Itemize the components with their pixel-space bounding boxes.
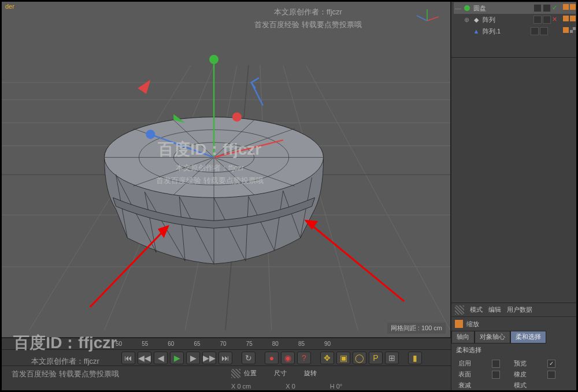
edit-menu[interactable]: 编辑 (488, 305, 501, 314)
tab-softselect[interactable]: 柔和选择 (510, 331, 546, 344)
preview-label: 预览 (514, 359, 543, 368)
viewport-title: der (5, 3, 14, 10)
goto-start-button[interactable]: ⏮ (121, 352, 135, 364)
enable-toggle[interactable]: ✓ (552, 4, 557, 12)
tree-label: 圆盘 (473, 4, 502, 13)
record-button[interactable]: ● (265, 352, 279, 364)
loop-button[interactable]: ↻ (242, 352, 255, 364)
tag-icon[interactable] (570, 16, 576, 21)
fcurve-button[interactable]: ▮ (408, 352, 422, 364)
attribute-manager: 模式 编辑 用户数据 缩放 轴向 对象轴心 柔和选择 柔和选择 启用 预览 表面 (451, 303, 578, 392)
vis-render-toggle[interactable] (543, 4, 551, 12)
svg-point-43 (146, 130, 155, 139)
ruler-tick: 90 (324, 341, 331, 347)
surface-checkbox[interactable] (492, 371, 500, 379)
coords-bar: 位置 尺寸 旋转 (0, 365, 451, 380)
hatch-icon (231, 369, 240, 378)
play-button[interactable]: ▶ (170, 352, 184, 364)
enable-toggle[interactable]: ✕ (552, 16, 557, 24)
vis-editor-toggle[interactable] (531, 27, 539, 35)
userdata-menu[interactable]: 用户数据 (507, 305, 532, 314)
tree-label: 阵列.1 (483, 27, 512, 36)
scale-tool-icon (455, 320, 463, 328)
rubber-checkbox[interactable] (547, 371, 555, 379)
tree-item-disc[interactable]: — 圆盘 ✓ (454, 2, 576, 14)
rotate-key-button[interactable]: ◯ (353, 352, 366, 364)
param-key-button[interactable]: P (369, 352, 383, 364)
surface-label: 表面 (458, 370, 487, 379)
x-size-value: X 0 (286, 383, 295, 390)
move-key-button[interactable]: ✥ (320, 352, 334, 364)
svg-line-50 (427, 17, 439, 21)
coords-values: X 0 cm X 0 H 0° (0, 380, 451, 392)
vis-render-toggle[interactable] (540, 27, 548, 35)
svg-line-51 (417, 16, 427, 21)
expand-icon[interactable]: — (455, 5, 461, 12)
autokey-button[interactable]: ◉ (281, 352, 295, 364)
timeline-controls: ⏮ ◀◀ ◀ ▶ ▶ ▶▶ ⏭ ↻ ● ◉ ? ✥ ▣ ◯ P ⊞ ▮ (0, 349, 451, 365)
size-label: 尺寸 (274, 369, 287, 378)
preview-checkbox[interactable] (547, 360, 555, 368)
viewport-3d[interactable]: der (0, 0, 451, 338)
viewport-scene (1, 1, 450, 337)
hatch-icon (455, 305, 464, 315)
vis-render-toggle[interactable] (543, 16, 551, 24)
gizmo-indicator (410, 6, 444, 24)
tab-objectaxis[interactable]: 对象轴心 (475, 331, 510, 344)
section-label: 柔和选择 (451, 344, 578, 357)
tag-icon[interactable] (563, 4, 569, 10)
tree-label: 阵列 (483, 16, 512, 24)
tag-icon[interactable] (563, 16, 569, 21)
vis-editor-toggle[interactable] (533, 4, 542, 12)
tag-icon[interactable] (563, 27, 569, 33)
svg-line-6 (306, 65, 450, 330)
tab-axis[interactable]: 轴向 (451, 331, 475, 344)
goto-end-button[interactable]: ⏭ (218, 352, 232, 364)
ruler-tick: 50 (116, 341, 122, 347)
svg-point-39 (209, 55, 218, 64)
object-manager[interactable]: — 圆盘 ✓ ⊕ ◆ 阵列 ✕ (451, 0, 578, 58)
tree-item-array[interactable]: ⊕ ◆ 阵列 ✕ (454, 14, 576, 25)
ruler-tick: 85 (298, 341, 305, 347)
mode-menu[interactable]: 模式 (470, 305, 483, 314)
attr-title: 缩放 (466, 320, 479, 328)
prev-key-button[interactable]: ◀◀ (138, 352, 151, 364)
ruler-tick: 65 (194, 341, 200, 347)
expand-icon[interactable]: ⊕ (464, 16, 470, 24)
ruler-tick: 70 (220, 341, 227, 347)
keyframe-button[interactable]: ? (297, 352, 311, 364)
enable-checkbox[interactable] (492, 360, 500, 368)
ruler-tick: 55 (142, 341, 148, 347)
rot-label: 旋转 (304, 369, 317, 378)
tree-item-array1[interactable]: ▲ 阵列.1 (454, 25, 576, 37)
grid-spacing-label: 网格间距 : 100 cm (387, 323, 446, 334)
vis-editor-toggle[interactable] (533, 16, 542, 24)
h-rot-value: H 0° (330, 383, 343, 390)
rubber-label: 橡皮 (514, 370, 543, 379)
scale-key-button[interactable]: ▣ (336, 352, 350, 364)
ruler-tick: 75 (246, 341, 253, 347)
right-spacer (451, 58, 578, 303)
mode-label: 模式 (514, 381, 543, 390)
array-icon: ◆ (472, 16, 480, 24)
disc-icon (463, 4, 471, 12)
ruler-tick: 80 (272, 341, 279, 347)
x-pos-value: X 0 cm (231, 383, 251, 390)
next-key-button[interactable]: ▶▶ (202, 352, 216, 364)
enable-label: 启用 (458, 359, 487, 368)
falloff-label: 衰减 (458, 381, 487, 390)
svg-point-41 (232, 113, 242, 122)
tag-icon[interactable] (570, 4, 576, 10)
pos-label: 位置 (244, 369, 257, 378)
array-icon: ▲ (472, 27, 480, 35)
next-frame-button[interactable]: ▶ (186, 352, 200, 364)
prev-frame-button[interactable]: ◀ (154, 352, 168, 364)
tag-icon[interactable] (570, 27, 576, 33)
timeline-ruler[interactable]: 50 55 60 65 70 75 80 85 90 (0, 338, 451, 349)
pla-key-button[interactable]: ⊞ (385, 352, 399, 364)
ruler-tick: 60 (168, 341, 174, 347)
svg-line-47 (306, 221, 405, 301)
